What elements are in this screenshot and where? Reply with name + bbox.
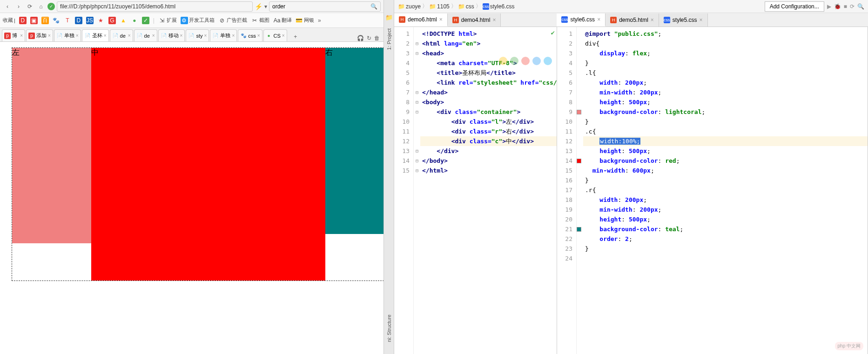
editor-tab-demo4[interactable]: Hdemo4.html× <box>448 13 501 27</box>
code-area[interactable]: @import "public.css"; div{ display: flex… <box>583 27 868 354</box>
center-column: 中 <box>91 48 325 281</box>
reload-button[interactable]: ⟳ <box>25 2 34 11</box>
close-icon[interactable]: × <box>104 33 107 38</box>
close-icon[interactable]: × <box>492 17 496 23</box>
close-icon[interactable]: × <box>257 33 260 38</box>
browser-tab[interactable]: p添加× <box>26 29 53 41</box>
browser-tab[interactable]: p博× <box>2 29 25 41</box>
breadcrumb-item[interactable]: cssstyle6.css <box>483 3 515 10</box>
folder-icon[interactable]: 📁 <box>385 14 393 21</box>
bookmark-screenshot[interactable]: ✂截图 <box>251 17 269 24</box>
close-icon[interactable]: × <box>439 16 443 23</box>
browser-hints[interactable] <box>499 57 552 65</box>
home-button[interactable]: ⌂ <box>36 2 46 11</box>
left-column: 左 <box>12 48 91 243</box>
html-editor[interactable]: 123456789101112131415 ⊟⊟ ⊟⊟⊟ ⊟⊟⊟ ✔ <box>394 27 557 354</box>
bookmark-item[interactable]: 🐾 <box>53 17 60 24</box>
stop-button[interactable]: ■ <box>844 3 847 10</box>
bookmark-devtools[interactable]: ⚙开发工具箱 <box>181 17 215 24</box>
secure-icon: ✓ <box>47 3 55 10</box>
html-editor-pane: 123456789101112131415 ⊟⊟ ⊟⊟⊟ ⊟⊟⊟ ✔ <box>394 27 557 354</box>
close-icon[interactable]: × <box>232 33 235 38</box>
browser-tab[interactable]: 📄de× <box>134 29 157 41</box>
bookmark-item[interactable]: ✓ <box>142 17 149 24</box>
browser-tab[interactable]: ●CS× <box>263 29 287 41</box>
line-gutter: 123456789101112131415 <box>394 27 414 354</box>
trash-icon[interactable]: 🗑 <box>374 35 380 41</box>
browser-tab-active[interactable]: 📄圣杯× <box>82 29 109 41</box>
bookmark-bar: 收藏 | D ▣ 百 🐾 T D JS ★ G ▲ ● ✓ | ⇲扩展 ⚙开发工… <box>0 13 384 28</box>
close-icon[interactable]: × <box>48 33 51 38</box>
url-bar[interactable]: file:///D:/php/phpcn/11/zuoye/1105/demo6… <box>57 1 253 12</box>
editor-tab-demo5[interactable]: Hdemo5.html× <box>606 13 659 27</box>
close-icon[interactable]: × <box>282 33 285 38</box>
update-icon[interactable]: ⟳ <box>850 3 855 10</box>
search-icon[interactable]: 🔍 <box>857 3 864 10</box>
fold-gutter: ⊟⊟ ⊟⊟⊟ ⊟⊟⊟ <box>414 27 420 354</box>
run-button[interactable]: ▶ <box>827 3 831 10</box>
close-icon[interactable]: × <box>76 33 79 38</box>
flash-icon[interactable]: ⚡ <box>255 3 262 10</box>
bookmark-item[interactable]: ● <box>131 17 138 24</box>
bookmark-item[interactable]: ★ <box>97 17 105 24</box>
ide-window: 📁zuoye〉 📁1105〉 📁css〉 cssstyle6.css Add C… <box>394 0 868 354</box>
css-editor[interactable]: 123456789101112131415161718192021222324 <box>557 27 868 354</box>
browser-tab[interactable]: 📄单独× <box>54 29 81 41</box>
bookmark-bank[interactable]: 💳网银 <box>296 17 314 24</box>
browser-tab[interactable]: 📄单独× <box>210 29 237 41</box>
add-tab-button[interactable]: + <box>291 32 300 41</box>
bookmark-item[interactable]: ▣ <box>30 17 38 24</box>
breadcrumb: 📁zuoye〉 📁1105〉 📁css〉 cssstyle6.css <box>398 2 514 10</box>
close-icon[interactable]: × <box>152 33 155 38</box>
debug-button[interactable]: 🐞 <box>834 3 841 10</box>
dropdown-icon[interactable]: ▾ <box>264 3 267 10</box>
bookmark-item[interactable]: 百 <box>41 17 49 24</box>
bookmark-item[interactable]: JS <box>86 17 94 24</box>
browser-tab[interactable]: 📄de× <box>110 29 133 41</box>
code-area[interactable]: ✔ <!DOCTYPE html> <html lang="en"> <head… <box>420 27 557 354</box>
close-icon[interactable]: × <box>204 33 207 38</box>
browser-tab[interactable]: 📄sty× <box>186 29 209 41</box>
editor-tab-style6[interactable]: cssstyle6.css× <box>557 13 606 27</box>
bookmark-item[interactable]: D <box>19 17 27 24</box>
close-icon[interactable]: × <box>651 17 654 23</box>
bookmark-item[interactable]: D <box>75 17 82 24</box>
bookmark-item[interactable]: T <box>64 17 71 24</box>
swatch-gutter <box>577 27 583 354</box>
ide-toolbar: 📁zuoye〉 📁1105〉 📁css〉 cssstyle6.css Add C… <box>394 0 868 13</box>
headphones-icon[interactable]: 🎧 <box>357 35 364 41</box>
bookmark-label: 收藏 | <box>3 17 15 24</box>
search-box[interactable]: order 🔍 <box>269 1 381 12</box>
close-icon[interactable]: × <box>128 33 131 38</box>
close-icon[interactable]: × <box>700 17 703 23</box>
back-button[interactable]: ‹ <box>3 2 12 11</box>
bookmark-translate[interactable]: Aа翻译 <box>273 17 292 24</box>
close-icon[interactable]: × <box>20 33 23 38</box>
bookmark-item[interactable]: G <box>108 17 116 24</box>
bookmark-adblock[interactable]: ⊘广告拦截 <box>218 17 247 24</box>
watermark: php 中文网 <box>835 342 863 350</box>
holy-grail-container: 左 中 右 <box>12 47 384 281</box>
close-icon[interactable]: × <box>180 33 183 38</box>
restore-icon[interactable]: ↻ <box>367 35 371 41</box>
bookmark-extensions[interactable]: ⇲扩展 <box>158 17 177 24</box>
selected-text: width:100%; <box>599 138 640 145</box>
breadcrumb-item[interactable]: 📁zuoye <box>398 3 421 10</box>
browser-tab[interactable]: 🐾css× <box>238 29 262 41</box>
bookmark-item[interactable]: ▲ <box>120 17 127 24</box>
ide-tool-strip: 📁 1: Project ni: Structure <box>384 0 394 354</box>
close-icon[interactable]: × <box>597 16 600 23</box>
breadcrumb-item[interactable]: 📁css <box>458 3 474 10</box>
editor-tab-demo6[interactable]: Hdemo6.html× <box>394 13 448 27</box>
structure-tool-button[interactable]: ni: Structure <box>385 312 393 345</box>
forward-button[interactable]: › <box>14 2 23 11</box>
browser-tab[interactable]: 📄移动× <box>158 29 185 41</box>
check-icon: ✔ <box>551 29 555 36</box>
search-icon: 🔍 <box>370 3 377 10</box>
browser-window: ‹ › ⟳ ⌂ ✓ file:///D:/php/phpcn/11/zuoye/… <box>0 0 384 354</box>
add-configuration-button[interactable]: Add Configuration... <box>765 1 824 12</box>
browser-tabs: p博× p添加× 📄单独× 📄圣杯× 📄de× 📄de× 📄移动× 📄sty× … <box>0 28 384 42</box>
editor-tab-style5[interactable]: cssstyle5.css× <box>659 13 708 27</box>
project-tool-button[interactable]: 1: Project <box>385 26 393 53</box>
breadcrumb-item[interactable]: 📁1105 <box>429 3 450 10</box>
